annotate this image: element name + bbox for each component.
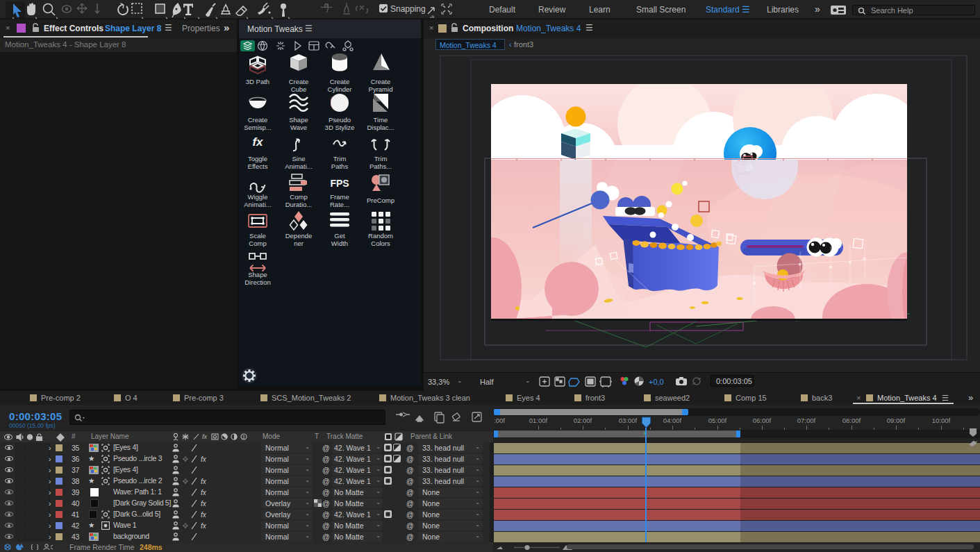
svg-text:Snapping: Snapping <box>390 4 426 14</box>
svg-text:fx: fx <box>201 511 207 519</box>
svg-text:3: 3 <box>242 435 245 440</box>
svg-text:fx: fx <box>201 455 207 463</box>
svg-text:fx: fx <box>202 433 208 440</box>
svg-text:fx: fx <box>201 478 207 485</box>
svg-text:fx: fx <box>201 489 207 496</box>
svg-text:fx: fx <box>201 522 207 530</box>
svg-text:fx: fx <box>201 500 207 508</box>
